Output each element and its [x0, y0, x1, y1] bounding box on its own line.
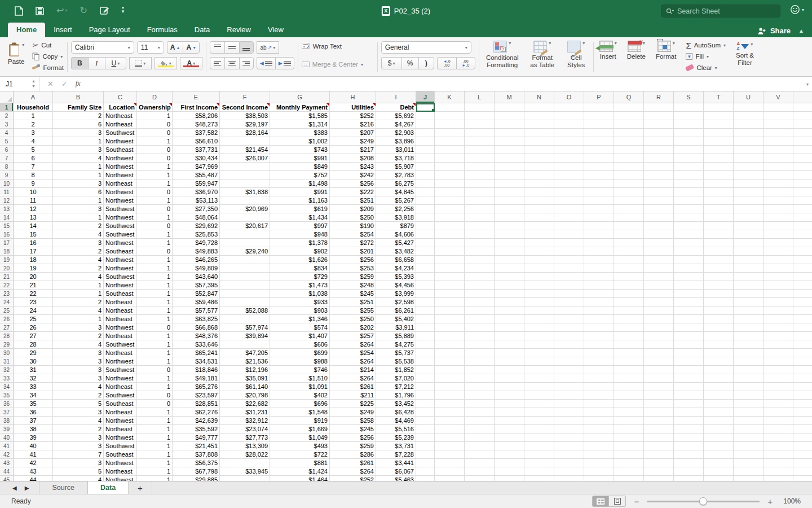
cell-M10[interactable] [495, 179, 524, 188]
row-header-42[interactable]: 42 [0, 450, 14, 459]
cell-X37[interactable] [793, 408, 812, 417]
cell-K45[interactable] [435, 476, 465, 481]
cell-M23[interactable] [495, 290, 524, 298]
cell-G14[interactable]: $1,434 [270, 213, 330, 222]
cell-Q29[interactable] [614, 340, 644, 349]
cell-L3[interactable] [465, 120, 495, 129]
undo-icon[interactable]: ↩▾ [56, 6, 67, 15]
align-bottom-button[interactable] [239, 41, 254, 54]
paste-button[interactable]: ▾ Paste [6, 42, 27, 66]
cell-A20[interactable]: 19 [14, 264, 53, 273]
cell-C27[interactable]: Northwest [104, 323, 137, 332]
cell-J19[interactable] [416, 256, 435, 264]
cell-V18[interactable] [764, 247, 793, 256]
cell-M19[interactable] [495, 256, 524, 264]
cell-U18[interactable] [734, 247, 764, 256]
align-top-button[interactable] [210, 41, 224, 54]
cell-G18[interactable]: $902 [270, 247, 330, 256]
cell-L38[interactable] [465, 417, 495, 425]
cell-J31[interactable] [416, 357, 435, 366]
cell-V6[interactable] [764, 146, 793, 154]
cell-D10[interactable]: 1 [137, 179, 173, 188]
cell-X38[interactable] [793, 417, 812, 425]
cell-G24[interactable]: $933 [270, 298, 330, 306]
tab-page-layout[interactable]: Page Layout [81, 23, 139, 37]
cell-M31[interactable] [495, 357, 524, 366]
cell-U17[interactable] [734, 239, 764, 247]
cell-J35[interactable] [416, 391, 435, 400]
cell-V32[interactable] [764, 366, 793, 374]
cell-T39[interactable] [704, 425, 734, 433]
cell-O23[interactable] [554, 290, 584, 298]
row-header-10[interactable]: 10 [0, 179, 14, 188]
cell-D30[interactable]: 1 [137, 349, 173, 357]
cell-O43[interactable] [554, 459, 584, 467]
cell-N20[interactable] [524, 264, 554, 273]
column-header-V[interactable]: V [764, 91, 793, 103]
cell-B5[interactable]: 1 [53, 137, 104, 146]
cell-L4[interactable] [465, 129, 495, 137]
cell-V45[interactable] [764, 476, 793, 481]
cell-B24[interactable]: 2 [53, 298, 104, 306]
cell-J28[interactable] [416, 332, 435, 340]
cell-N22[interactable] [524, 281, 554, 290]
cell-B33[interactable]: 3 [53, 374, 104, 383]
cell-A8[interactable]: 7 [14, 163, 53, 171]
cell-V20[interactable] [764, 264, 793, 273]
cell-Q8[interactable] [614, 163, 644, 171]
cell-V11[interactable] [764, 188, 793, 196]
cell-K3[interactable] [435, 120, 465, 129]
cell-X21[interactable] [793, 273, 812, 281]
cell-X34[interactable] [793, 383, 812, 391]
name-box[interactable]: J1 ▲▼ [0, 77, 39, 91]
cell-G21[interactable]: $729 [270, 273, 330, 281]
cell-C8[interactable]: Northwest [104, 163, 137, 171]
cell-E1[interactable]: First Income [173, 103, 220, 112]
cell-Q26[interactable] [614, 315, 644, 323]
new-workbook-icon[interactable] [15, 6, 23, 16]
row-header-29[interactable]: 29 [0, 340, 14, 349]
cell-L40[interactable] [465, 433, 495, 442]
cell-F43[interactable] [220, 459, 270, 467]
cell-V10[interactable] [764, 179, 793, 188]
cell-I2[interactable]: $5,692 [376, 112, 416, 120]
cell-G7[interactable]: $991 [270, 154, 330, 163]
cell-S45[interactable] [674, 476, 704, 481]
cell-X24[interactable] [793, 298, 812, 306]
cell-D18[interactable]: 0 [137, 247, 173, 256]
cell-I9[interactable]: $2,783 [376, 171, 416, 179]
feedback-smiley-button[interactable]: ▾ [790, 5, 804, 15]
cell-R23[interactable] [644, 290, 674, 298]
cell-A4[interactable]: 3 [14, 129, 53, 137]
cell-A21[interactable]: 20 [14, 273, 53, 281]
cell-F16[interactable] [220, 230, 270, 239]
cell-N24[interactable] [524, 298, 554, 306]
cell-G11[interactable]: $991 [270, 188, 330, 196]
cell-R43[interactable] [644, 459, 674, 467]
cell-B34[interactable]: 4 [53, 383, 104, 391]
cell-N30[interactable] [524, 349, 554, 357]
cell-M36[interactable] [495, 400, 524, 408]
cell-C20[interactable]: Northwest [104, 264, 137, 273]
cell-B26[interactable]: 1 [53, 315, 104, 323]
cell-P37[interactable] [584, 408, 614, 417]
cell-A14[interactable]: 13 [14, 213, 53, 222]
cell-L24[interactable] [465, 298, 495, 306]
cell-C5[interactable]: Northwest [104, 137, 137, 146]
row-header-44[interactable]: 44 [0, 467, 14, 476]
cell-T16[interactable] [704, 230, 734, 239]
cell-O35[interactable] [554, 391, 584, 400]
cell-O16[interactable] [554, 230, 584, 239]
cell-L36[interactable] [465, 400, 495, 408]
cell-J30[interactable] [416, 349, 435, 357]
cell-G36[interactable]: $696 [270, 400, 330, 408]
cell-L19[interactable] [465, 256, 495, 264]
cell-X35[interactable] [793, 391, 812, 400]
cell-X17[interactable] [793, 239, 812, 247]
cell-A45[interactable]: 44 [14, 476, 53, 481]
cell-J20[interactable] [416, 264, 435, 273]
cell-R24[interactable] [644, 298, 674, 306]
cell-H45[interactable]: $252 [330, 476, 376, 481]
cell-C3[interactable]: Northeast [104, 120, 137, 129]
cell-M32[interactable] [495, 366, 524, 374]
